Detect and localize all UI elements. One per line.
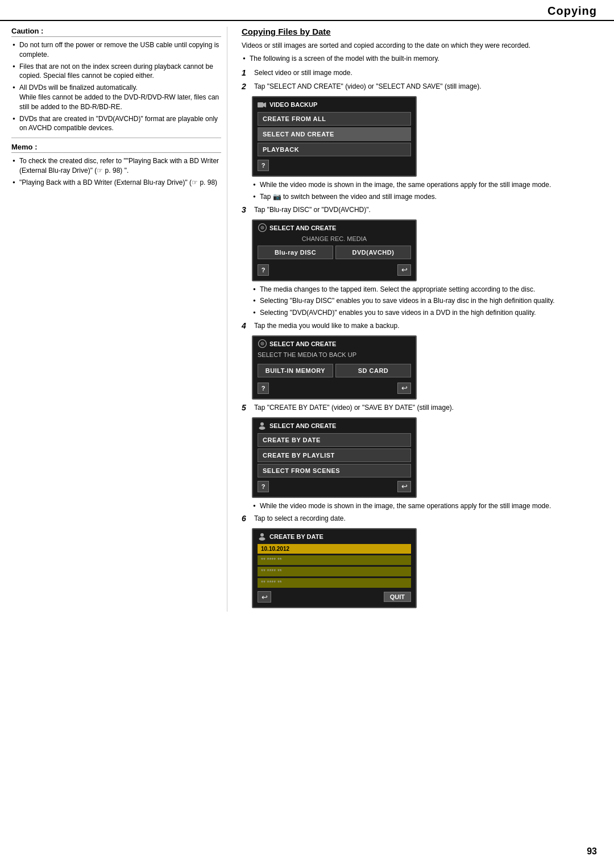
svg-point-7 bbox=[262, 343, 263, 344]
step-3: 3 Tap "Blu-ray DISC" or "DVD(AVCHD)". bbox=[242, 205, 603, 215]
after-screen2-bullet-1: The media changes to the tapped item. Se… bbox=[252, 285, 603, 294]
screen1-title: VIDEO BACKUP bbox=[269, 101, 317, 108]
screen3-select-media-label: SELECT THE MEDIA TO BACK UP bbox=[258, 351, 411, 358]
after-screen1-bullets: While the video mode is shown in the ima… bbox=[252, 180, 603, 202]
step-4-num: 4 bbox=[242, 321, 252, 330]
caution-item-3: All DVDs will be finalized automatically… bbox=[11, 83, 221, 111]
caution-list: Do not turn off the power or remove the … bbox=[11, 40, 221, 133]
screen1-menu-playback[interactable]: PLAYBACK bbox=[258, 143, 411, 156]
svg-marker-1 bbox=[263, 102, 266, 107]
screen2-bottom-bar: ? ↩ bbox=[258, 264, 411, 276]
right-column: Copying Files by Date Videos or still im… bbox=[239, 27, 603, 612]
screen5-date-highlight[interactable]: 10.10.2012 bbox=[258, 544, 411, 554]
screen2-title: SELECT AND CREATE bbox=[269, 225, 336, 231]
page-number: 93 bbox=[587, 846, 597, 857]
screen2-back-button[interactable]: ↩ bbox=[397, 264, 411, 276]
screen4-titlebar: SELECT AND CREATE bbox=[258, 422, 411, 430]
step-1-text: Select video or still image mode. bbox=[254, 68, 603, 78]
svg-point-8 bbox=[260, 422, 264, 426]
screen4-bottom-bar: ? ↩ bbox=[258, 481, 411, 492]
page-container: Copying Caution : Do not turn off the po… bbox=[0, 0, 614, 868]
screen3-help-button[interactable]: ? bbox=[258, 383, 269, 394]
screen2-dvd-btn[interactable]: DVD(AVCHD) bbox=[335, 246, 411, 259]
screen5-date-faded-1: ** **** ** bbox=[258, 555, 411, 565]
screen3-titlebar: SELECT AND CREATE bbox=[258, 340, 411, 348]
person-icon-1 bbox=[258, 422, 267, 430]
screen1-menu-select-and-create[interactable]: SELECT AND CREATE bbox=[258, 127, 411, 141]
person-icon-2 bbox=[258, 533, 267, 541]
screen5-quit-bar: ↩ QUIT bbox=[258, 591, 411, 603]
caution-item-4: DVDs that are created in "DVD(AVCHD)" fo… bbox=[11, 114, 221, 134]
screen3-menu-row: BUILT-IN MEMORY SD CARD bbox=[258, 364, 411, 379]
after-screen4-bullets: While the video mode is shown in the ima… bbox=[252, 501, 603, 511]
screen-create-by-date: CREATE BY DATE 10.10.2012 ** **** ** ** … bbox=[252, 528, 417, 608]
step-5-num: 5 bbox=[242, 403, 252, 412]
caution-header: Caution : bbox=[11, 27, 221, 37]
svg-point-11 bbox=[259, 537, 265, 541]
step-3-text: Tap "Blu-ray DISC" or "DVD(AVCHD)". bbox=[254, 205, 603, 215]
after-screen4-bullet-1: While the video mode is shown in the ima… bbox=[252, 501, 603, 511]
screen2-bluray-btn[interactable]: Blu-ray DISC bbox=[258, 246, 333, 259]
screen2-change-rec: CHANGE REC. MEDIA bbox=[258, 235, 411, 242]
screen2-help-button[interactable]: ? bbox=[258, 264, 269, 276]
step-6-num: 6 bbox=[242, 514, 252, 523]
screen5-date-faded-2: ** **** ** bbox=[258, 567, 411, 576]
page-header: Copying bbox=[0, 0, 614, 21]
screen1-bottom-bar: ? bbox=[258, 160, 411, 171]
screen4-help-button[interactable]: ? bbox=[258, 481, 269, 492]
screen1-menu-create-from-all[interactable]: CREATE FROM ALL bbox=[258, 112, 411, 126]
intro-text: Videos or still images are sorted and co… bbox=[242, 41, 603, 51]
screen1-titlebar: VIDEO BACKUP bbox=[258, 101, 411, 109]
screen5-title: CREATE BY DATE bbox=[269, 533, 323, 540]
right-section-title: Copying Files by Date bbox=[242, 27, 603, 36]
disc-icon-2 bbox=[258, 340, 267, 348]
intro-bullet-1: The following is a screen of the model w… bbox=[242, 54, 603, 64]
screen4-back-button[interactable]: ↩ bbox=[397, 481, 411, 492]
page-title: Copying bbox=[547, 5, 597, 17]
disc-icon-1 bbox=[258, 224, 267, 232]
caution-item-1: Do not turn off the power or remove the … bbox=[11, 40, 221, 60]
step-5: 5 Tap "CREATE BY DATE" (video) or "SAVE … bbox=[242, 403, 603, 413]
after-screen2-bullets: The media changes to the tapped item. Se… bbox=[252, 285, 603, 318]
screen2-menu-row: Blu-ray DISC DVD(AVCHD) bbox=[258, 246, 411, 261]
after-screen1-bullet-1: While the video mode is shown in the ima… bbox=[252, 180, 603, 190]
after-screen2-bullet-2: Selecting "Blu-ray DISC" enables you to … bbox=[252, 296, 603, 306]
screen-select-create-media: SELECT AND CREATE CHANGE REC. MEDIA Blu-… bbox=[252, 219, 417, 281]
svg-point-10 bbox=[260, 533, 264, 537]
step-1-num: 1 bbox=[242, 68, 252, 77]
step-5-text: Tap "CREATE BY DATE" (video) or "SAVE BY… bbox=[254, 403, 603, 413]
screen5-quit-button[interactable]: QUIT bbox=[384, 592, 411, 602]
memo-list: To check the created disc, refer to ""Pl… bbox=[11, 156, 221, 187]
left-column: Caution : Do not turn off the power or r… bbox=[11, 27, 227, 612]
after-screen1-bullet-2: Tap 📷 to switch between the video and st… bbox=[252, 192, 603, 202]
step-3-num: 3 bbox=[242, 205, 252, 214]
screen-video-backup: VIDEO BACKUP CREATE FROM ALL SELECT AND … bbox=[252, 96, 417, 177]
step-2-text: Tap "SELECT AND CREATE" (video) or "SELE… bbox=[254, 82, 603, 92]
step-6: 6 Tap to select a recording date. bbox=[242, 514, 603, 524]
svg-point-9 bbox=[259, 426, 265, 430]
caution-item-2: Files that are not on the index screen d… bbox=[11, 62, 221, 81]
screen4-create-by-playlist-btn[interactable]: CREATE BY PLAYLIST bbox=[258, 448, 411, 462]
intro-bullets: The following is a screen of the model w… bbox=[242, 54, 603, 64]
screen3-bottom-bar: ? ↩ bbox=[258, 383, 411, 394]
screen-select-create-options: SELECT AND CREATE CREATE BY DATE CREATE … bbox=[252, 417, 417, 498]
screen5-back-button[interactable]: ↩ bbox=[258, 591, 271, 603]
screen3-title: SELECT AND CREATE bbox=[269, 340, 336, 347]
screen4-select-from-scenes-btn[interactable]: SELECT FROM SCENES bbox=[258, 464, 411, 477]
step-2-num: 2 bbox=[242, 82, 252, 91]
screen3-sdcard-btn[interactable]: SD CARD bbox=[335, 364, 411, 377]
screen1-help-button[interactable]: ? bbox=[258, 160, 269, 171]
screen4-create-by-date-btn[interactable]: CREATE BY DATE bbox=[258, 433, 411, 447]
memo-header: Memo : bbox=[11, 143, 221, 153]
step-6-text: Tap to select a recording date. bbox=[254, 514, 603, 524]
after-screen2-bullet-3: Selecting "DVD(AVCHD)" enables you to sa… bbox=[252, 308, 603, 318]
step-4-text: Tap the media you would like to make a b… bbox=[254, 321, 603, 331]
screen3-builtin-memory-btn[interactable]: BUILT-IN MEMORY bbox=[258, 364, 333, 377]
memo-item-1: To check the created disc, refer to ""Pl… bbox=[11, 156, 221, 176]
screen3-back-button[interactable]: ↩ bbox=[397, 383, 411, 394]
two-column-layout: Caution : Do not turn off the power or r… bbox=[0, 21, 614, 617]
step-1: 1 Select video or still image mode. bbox=[242, 68, 603, 78]
screen5-date-faded-3: ** **** ** bbox=[258, 578, 411, 588]
screen5-titlebar: CREATE BY DATE bbox=[258, 533, 411, 541]
screen4-title: SELECT AND CREATE bbox=[269, 422, 336, 429]
